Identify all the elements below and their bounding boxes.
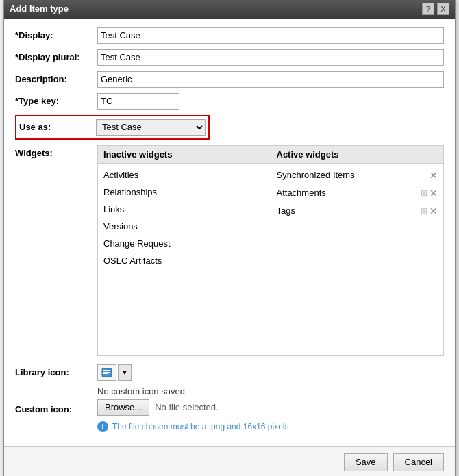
dialog-footer: Save Cancel [4,446,455,477]
custom-icon-content: No custom icon saved Browse... No file s… [97,386,291,432]
list-item[interactable]: OSLC Artifacts [98,252,271,269]
svg-rect-1 [103,370,110,371]
custom-icon-row: Custom icon: No custom icon saved Browse… [15,386,444,432]
no-custom-icon-text: No custom icon saved [97,386,291,397]
custom-icon-label: Custom icon: [15,404,97,414]
widgets-panels: Inactive widgets Activities Relationship… [97,145,444,356]
type-key-row: *Type key: [15,93,444,110]
dialog-title: Add Item type [10,3,69,14]
type-key-input[interactable] [97,93,179,110]
svg-rect-2 [103,372,110,373]
list-item[interactable]: Tags ⊞ ✕ [271,202,444,220]
use-as-label: Use as: [19,122,96,132]
library-icon-row: Library icon: ▼ [15,364,444,381]
list-item[interactable]: Synchronized Items ✕ [271,166,444,184]
add-item-type-dialog: Add Item type ? X *Display: *Display plu… [3,0,456,476]
remove-icon[interactable]: ✕ [430,170,438,181]
library-icon-svg [101,367,112,378]
browse-row: Browse... No file selected. [97,399,291,416]
dialog-titlebar: Add Item type ? X [4,0,455,19]
list-item[interactable]: Change Request [98,235,271,252]
cancel-button[interactable]: Cancel [393,453,444,471]
inactive-widgets-panel: Inactive widgets Activities Relationship… [98,146,271,355]
list-item[interactable]: Activities [98,166,271,184]
display-input[interactable] [97,27,444,44]
library-icon-dropdown-button[interactable]: ▼ [118,364,132,381]
list-item[interactable]: Relationships [98,184,271,201]
info-row: i The file chosen must be a .png and 16x… [97,421,291,432]
close-button[interactable]: X [437,3,449,15]
remove-icon[interactable]: ✕ [430,188,438,199]
grid-icon[interactable]: ⊞ [421,188,427,198]
browse-button[interactable]: Browse... [97,399,149,416]
titlebar-buttons: ? X [422,3,449,15]
svg-rect-3 [103,373,108,374]
grid-icon[interactable]: ⊞ [421,206,427,216]
library-icon-label: Library icon: [15,367,97,377]
display-plural-input[interactable] [97,49,444,66]
dialog-body: *Display: *Display plural: Description: … [4,19,455,446]
display-plural-row: *Display plural: [15,49,444,66]
list-item[interactable]: Links [98,201,271,218]
save-button[interactable]: Save [344,453,388,471]
widgets-label: Widgets: [15,145,97,356]
inactive-widgets-header: Inactive widgets [98,146,271,164]
active-widgets-header: Active widgets [271,146,444,164]
active-widgets-panel: Active widgets Synchronized Items ✕ Atta… [271,146,444,355]
display-label: *Display: [15,30,97,40]
active-widgets-body: Synchronized Items ✕ Attachments ⊞ ✕ [271,164,444,355]
type-key-label: *Type key: [15,96,97,106]
list-item[interactable]: Versions [98,218,271,235]
help-button[interactable]: ? [422,3,434,15]
display-row: *Display: [15,27,444,44]
widgets-section: Widgets: Inactive widgets Activities Rel… [15,145,444,356]
use-as-select[interactable]: Test Case Requirement Bug Task [96,119,206,136]
no-file-text: No file selected. [155,402,219,412]
use-as-select-wrapper: Test Case Requirement Bug Task [96,119,206,136]
description-input[interactable] [97,71,444,88]
inactive-widgets-body: Activities Relationships Links Versions [98,164,271,355]
remove-icon[interactable]: ✕ [430,205,438,216]
description-row: Description: [15,71,444,88]
info-text: The file chosen must be a .png and 16x16… [112,422,291,431]
icon-picker: ▼ [97,364,132,381]
list-item[interactable]: Attachments ⊞ ✕ [271,184,444,202]
display-plural-label: *Display plural: [15,52,97,62]
library-icon-box[interactable] [97,364,116,381]
use-as-row: Use as: Test Case Requirement Bug Task [15,115,210,140]
description-label: Description: [15,74,97,84]
info-icon: i [97,421,108,432]
